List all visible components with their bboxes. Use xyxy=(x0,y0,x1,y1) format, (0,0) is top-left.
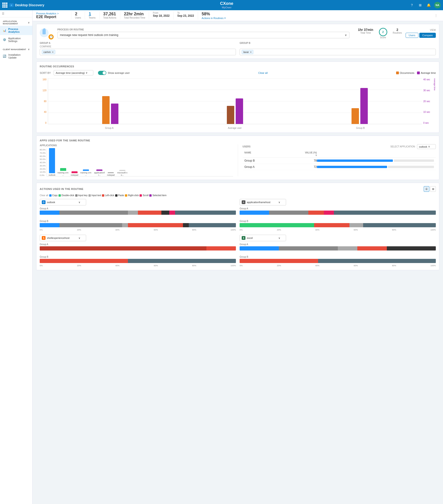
app-bar-microsoft-no: microsoft no... xyxy=(117,170,128,176)
bar-avguser-occurrences xyxy=(227,106,234,124)
appframe-axis: 0% 20% 40% 60% 80% 100% xyxy=(240,229,436,231)
actions-view-icons: ☰ ⊞ xyxy=(424,186,436,192)
shell-group-b-bar: Group B xyxy=(40,256,236,263)
users-table-header: USERS SELECT APPLICATION outlook ∨ xyxy=(243,144,436,149)
outlook-icon: O xyxy=(42,200,45,204)
list-view-button[interactable]: ☰ xyxy=(424,186,429,192)
app-chart-y-axis: 80.0% 70.0% 60.0% 50.0% 40.0% 30.0% 20.0… xyxy=(40,149,47,177)
bar-group-b-occurrences xyxy=(351,108,359,124)
clear-all-button[interactable]: Clear all xyxy=(258,72,267,74)
group-a-tag-close[interactable]: ✕ xyxy=(52,51,54,54)
app-bar-notepad-1: notepad xyxy=(71,171,78,176)
process-analytics-icon: 📊 xyxy=(3,29,6,32)
groups-row: GROUP A COMPARE carlvin ✕ GROUP B COMPAR… xyxy=(40,42,436,55)
view-buttons: Users Compare xyxy=(406,33,436,38)
toggle-switch[interactable] xyxy=(98,71,106,75)
view-section: VIEW Users Compare xyxy=(406,29,436,38)
process-card: 🕐 PROCESS OR ROUTINE message new request… xyxy=(36,24,439,59)
bell-icon[interactable]: 🔔 xyxy=(426,2,431,8)
sidebar-item-installation-update[interactable]: 🔄 Installation Update xyxy=(0,52,32,61)
legend-right-click: Right-click xyxy=(125,194,139,197)
process-illustration: 🕐 xyxy=(40,27,54,39)
bar-group-avguser xyxy=(227,98,243,124)
score-circle: 2 xyxy=(379,28,387,36)
app-dropdown-shell[interactable]: S shellexperiencehost ∨ xyxy=(40,235,86,241)
page-title: E2E Report xyxy=(36,15,66,19)
sidebar-section-app-mgmt-header[interactable]: APPLICATION MANAGEMENT ∨ xyxy=(0,18,32,26)
app-actions-appframe: A applicationframehost ∨ Group A xyxy=(240,199,436,231)
app-logo: ■ xyxy=(9,3,14,7)
group-b-tag-close[interactable]: ✕ xyxy=(250,51,252,54)
stat-from-date: From Sep 18, 2022 xyxy=(149,12,173,19)
shell-axis: 0% 20% 40% 60% 80% 100% xyxy=(40,264,236,267)
process-routines: 2 Routines xyxy=(393,28,402,39)
app-bar-chart: outlook training crm ... notepad xyxy=(47,149,233,177)
more-options-button[interactable]: ⋮ xyxy=(433,14,439,17)
stat-users: 2 Users xyxy=(71,12,85,19)
group-b-section: GROUP B COMPARE lavar ✕ xyxy=(240,42,436,55)
stat-actions-routines: 58% Actions in Routines ∨ xyxy=(198,12,230,19)
view-compare-button[interactable]: Compare xyxy=(419,33,436,38)
group-a-tag-input[interactable]: carlvin ✕ xyxy=(40,49,236,55)
sidebar-item-process-analytics[interactable]: 📊 Process Analytics xyxy=(0,26,32,35)
routine-occurrences-card: ROUTINE OCCURRENCES SORT BY Average time… xyxy=(36,61,439,133)
group-b-tag-input[interactable]: lavar ✕ xyxy=(240,49,436,55)
group-a-tag-carlvin: carlvin ✕ xyxy=(42,50,55,54)
y-axis-right: 40 sec 30 sec 20 sec 10 sec 0 sec xyxy=(422,78,433,129)
sidebar-section-client-mgmt-header[interactable]: CLIENT MANAGEMENT ∨ xyxy=(0,46,32,52)
app-name: Desktop Discovery xyxy=(15,3,44,7)
apps-section: APPLICATIONS 80.0% 70.0% 60.0% 50.0% 40.… xyxy=(40,144,436,177)
legend-copy: Copy xyxy=(49,194,57,197)
legend-scroll: Scroll xyxy=(140,194,148,197)
main-content: Process Analytics > E2E Report 2 Users 1… xyxy=(33,10,443,504)
app-dropdown-appframe[interactable]: A applicationframehost ∨ xyxy=(240,199,286,205)
sidebar-toggle[interactable]: ☰ xyxy=(0,10,32,18)
select-app-dropdown[interactable]: outlook ∨ xyxy=(417,144,436,149)
appframe-icon: A xyxy=(242,200,245,204)
app-actions-excel: X excel ∨ Group A xyxy=(240,235,436,267)
sort-dropdown[interactable]: Average time (ascending) ∨ xyxy=(54,70,93,75)
cx-logo: CXone MpOwer xyxy=(220,1,233,9)
outlook-axis: 0% 20% 40% 60% 80% 100% xyxy=(40,229,236,231)
outlook-group-a-bar: Group A xyxy=(40,207,236,215)
legend-paste: Paste xyxy=(115,194,124,197)
help-icon[interactable]: ? xyxy=(409,2,415,8)
legend-double-click: Double-click xyxy=(58,194,74,197)
breadcrumb[interactable]: Process Analytics > xyxy=(36,12,66,15)
apps-left: APPLICATIONS 80.0% 70.0% 60.0% 50.0% 40.… xyxy=(40,144,233,177)
user-row-group-b: Group B 78 xyxy=(243,158,436,164)
apps-used-card: APPS USED FOR THE SAME ROUTINE APPLICATI… xyxy=(36,136,439,180)
process-dropdown[interactable]: message new request html outlook crm tra… xyxy=(57,32,350,38)
actions-routines-link[interactable]: Actions in Routines ∨ xyxy=(202,17,226,19)
occurrence-chart: 160 120 80 40 0 xyxy=(40,78,436,129)
user-row-group-a: Group A 72 xyxy=(243,164,436,170)
legend-selected-item: Selected item xyxy=(149,194,166,197)
shell-group-a-bar: Group A xyxy=(40,243,236,251)
actions-legend: Clear all Copy Double-click Input key In… xyxy=(40,194,436,197)
process-stats: 1hr 37min Total Time 2 Score 2 Routines xyxy=(358,28,402,39)
app-dropdown-excel[interactable]: X excel ∨ xyxy=(240,235,286,241)
monitor-icon[interactable]: ⊞ xyxy=(417,2,423,8)
sidebar-section-client-mgmt: CLIENT MANAGEMENT ∨ 🔄 Installation Updat… xyxy=(0,45,32,62)
legend-input-key: Input key xyxy=(75,194,88,197)
stat-teams[interactable]: 1 Teams xyxy=(85,12,99,19)
sub-header-stats: 2 Users 1 Teams 37,261 Total Actions 22h… xyxy=(71,12,433,19)
app-actions-shell: S shellexperiencehost ∨ Group A xyxy=(40,235,236,267)
excel-group-b-bar: Group B xyxy=(240,256,436,263)
legend-occurrences: Occurrences xyxy=(396,72,414,74)
app-bar-outlook: outlook xyxy=(49,148,55,176)
appframe-group-b-bar: Group B xyxy=(240,220,436,227)
app-dropdown-outlook[interactable]: O outlook ∨ xyxy=(40,199,86,205)
grid-view-button[interactable]: ⊞ xyxy=(430,186,436,192)
show-avg-user-toggle: Show average user xyxy=(98,71,130,75)
process-dropdown-container: PROCESS OR ROUTINE message new request h… xyxy=(57,28,350,38)
sidebar-item-application-settings[interactable]: ⚙️ Application Settings xyxy=(0,35,32,44)
sidebar: ☰ APPLICATION MANAGEMENT ∨ 📊 Process Ana… xyxy=(0,10,33,504)
bar-avguser-avgtime xyxy=(236,98,243,124)
avatar[interactable]: NA xyxy=(434,2,441,8)
top-nav: ■ Desktop Discovery CXone MpOwer ? ⊞ 🔔 N… xyxy=(0,0,443,10)
app-bar-training-crm-1: training crm ... xyxy=(57,168,69,176)
appframe-group-a-bar: Group A xyxy=(240,207,436,215)
grid-icon[interactable] xyxy=(2,2,7,8)
view-users-button[interactable]: Users xyxy=(406,33,418,38)
